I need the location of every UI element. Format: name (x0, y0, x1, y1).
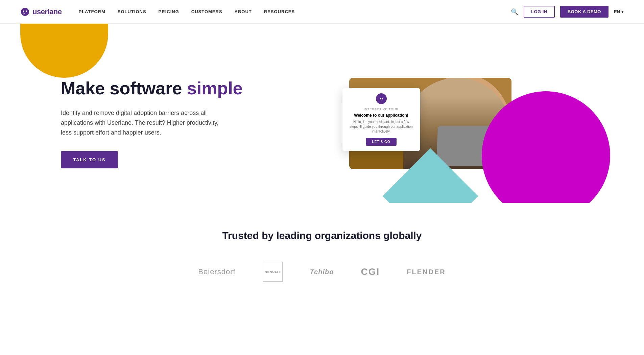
decorative-yellow-arc (20, 24, 108, 78)
svg-point-11 (380, 98, 381, 99)
search-icon[interactable]: 🔍 (511, 8, 518, 16)
language-selector[interactable]: EN ▾ (614, 9, 624, 14)
hero-section: Make software simple Identify and remove… (0, 24, 644, 203)
hero-left-content: Make software simple Identify and remove… (61, 78, 250, 168)
trusted-title: Trusted by leading organizations globall… (0, 230, 644, 241)
renolit-logo: RENOLIT (263, 262, 283, 282)
cgi-logo: CGI (361, 266, 380, 277)
svg-point-10 (379, 96, 384, 101)
svg-point-6 (440, 79, 488, 130)
chevron-down-icon: ▾ (621, 9, 624, 14)
flender-logo: FLENDER (407, 268, 446, 276)
tooltip-cta-button[interactable]: LET'S GO (366, 138, 396, 146)
hero-title-accent: simple (187, 78, 243, 98)
tooltip-logo-icon (378, 96, 384, 102)
svg-point-1 (26, 10, 27, 12)
logos-row: Beiersdorf RENOLIT Tchibo CGI FLENDER (0, 262, 644, 282)
beiersdorf-logo: Beiersdorf (198, 267, 235, 276)
login-button[interactable]: LOG IN (524, 6, 555, 18)
logo[interactable]: userlane (20, 7, 62, 17)
hero-right-content: INTERACTIVE TOUR Welcome to our applicat… (250, 78, 610, 169)
nav-solutions[interactable]: SOLUTIONS (118, 9, 146, 14)
userlane-logo-icon (20, 7, 30, 17)
trusted-section: Trusted by leading organizations globall… (0, 203, 644, 302)
tooltip-label: INTERACTIVE TOUR (349, 108, 413, 111)
navbar-left: userlane PLATFORM SOLUTIONS PRICING CUST… (20, 7, 295, 17)
hero-title: Make software simple (61, 78, 250, 99)
nav-about[interactable]: ABOUT (235, 9, 252, 14)
nav-customers[interactable]: CUSTOMERS (191, 9, 222, 14)
logo-text: userlane (32, 7, 62, 16)
tooltip-title: Welcome to our application! (349, 113, 413, 118)
tchibo-logo: Tchibo (310, 268, 334, 276)
interactive-tour-card: INTERACTIVE TOUR Welcome to our applicat… (342, 88, 420, 151)
svg-point-12 (382, 98, 383, 99)
hero-description: Identify and remove digital adoption bar… (61, 108, 223, 137)
nav-pricing[interactable]: PRICING (159, 9, 179, 14)
nav-links: PLATFORM SOLUTIONS PRICING CUSTOMERS ABO… (79, 9, 295, 14)
tooltip-text: Hello, I'm your assistant. In just a few… (349, 120, 413, 134)
svg-point-0 (23, 10, 24, 12)
book-demo-button[interactable]: BOOK A DEMO (560, 6, 609, 18)
talk-to-us-button[interactable]: TALK TO US (61, 151, 118, 168)
nav-platform[interactable]: PLATFORM (79, 9, 105, 14)
nav-resources[interactable]: RESOURCES (264, 9, 295, 14)
navbar-right: 🔍 LOG IN BOOK A DEMO EN ▾ (511, 6, 624, 18)
tooltip-logo (376, 93, 387, 104)
navbar: userlane PLATFORM SOLUTIONS PRICING CUST… (0, 0, 644, 24)
